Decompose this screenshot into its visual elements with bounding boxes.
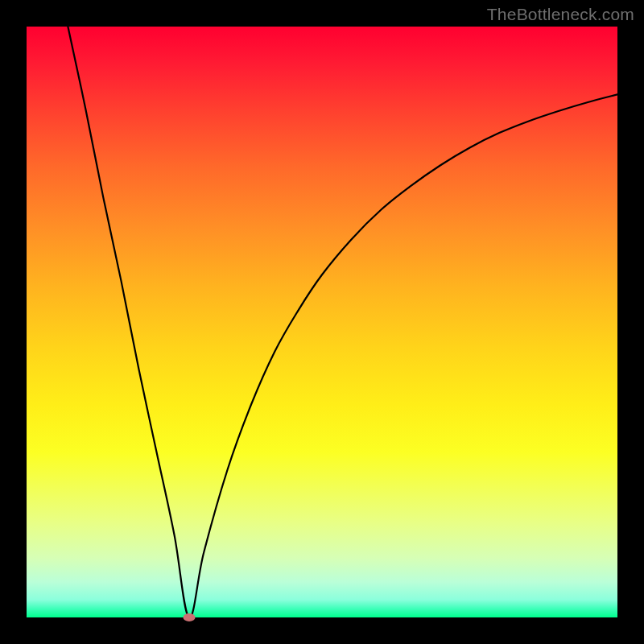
curve-path [68, 27, 617, 617]
chart-frame: TheBottleneck.com [0, 0, 644, 644]
watermark-text: TheBottleneck.com [487, 5, 634, 24]
bottleneck-curve [27, 27, 617, 617]
minimum-marker [183, 613, 195, 621]
plot-area [27, 27, 617, 617]
